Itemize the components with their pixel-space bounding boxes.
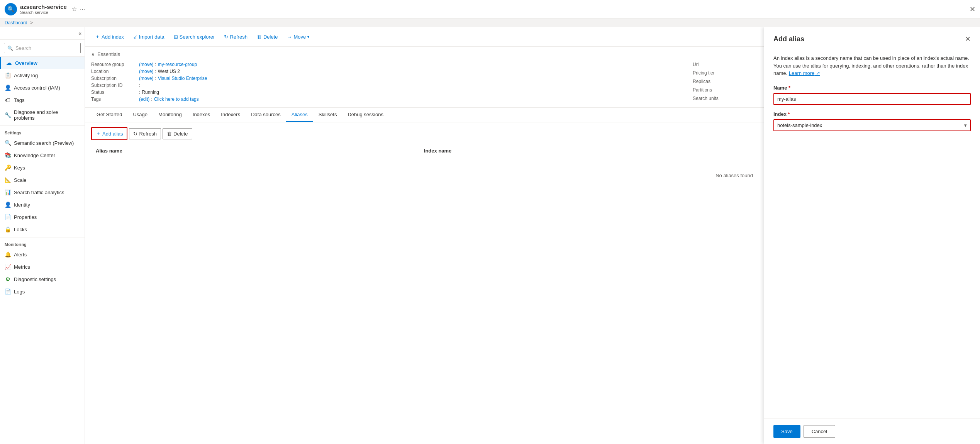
tab-indexes[interactable]: Indexes xyxy=(187,108,216,122)
tags-label: Tags xyxy=(91,97,137,102)
settings-section-label: Settings xyxy=(0,125,85,137)
breadcrumb: Dashboard > xyxy=(0,19,980,27)
tags-edit-link[interactable]: (edit) xyxy=(139,97,149,102)
semantic-search-icon: 🔍 xyxy=(5,140,11,146)
delete-icon: 🗑 xyxy=(257,34,262,40)
sidebar-item-label: Diagnose and solve problems xyxy=(14,109,80,121)
add-alias-button[interactable]: ＋ Add alias xyxy=(91,127,127,140)
tab-debug-sessions[interactable]: Debug sessions xyxy=(342,108,389,122)
explorer-icon: ⊞ xyxy=(174,34,178,40)
tab-get-started[interactable]: Get Started xyxy=(91,108,127,122)
sidebar-item-knowledge-center[interactable]: 📚 Knowledge Center xyxy=(0,149,85,161)
essentials-title: Essentials xyxy=(97,51,120,57)
star-icon[interactable]: ☆ xyxy=(71,5,77,13)
subscription-value[interactable]: Visual Studio Enterprise xyxy=(158,76,207,81)
sidebar-item-label: Diagnostic settings xyxy=(14,276,56,282)
tab-usage[interactable]: Usage xyxy=(127,108,153,122)
learn-more-link[interactable]: Learn more ↗ xyxy=(789,70,820,76)
tab-skillsets[interactable]: Skillsets xyxy=(313,108,342,122)
sidebar-item-label: Identity xyxy=(14,202,30,208)
refresh-button[interactable]: ↻ Refresh xyxy=(220,32,251,42)
subscription-label: Subscription xyxy=(91,76,137,81)
alias-name-column: Alias name xyxy=(91,145,419,157)
sidebar-item-label: Metrics xyxy=(14,264,30,270)
delete-button[interactable]: 🗑 Delete xyxy=(253,32,282,42)
sidebar-item-label: Logs xyxy=(14,289,25,295)
essentials-header[interactable]: ∧ Essentials xyxy=(91,51,758,57)
sidebar-item-keys[interactable]: 🔑 Keys xyxy=(0,161,85,174)
move-button[interactable]: → Move ▾ xyxy=(283,32,313,42)
partitions-label: Partitions xyxy=(693,87,712,93)
sidebar-collapse-btn[interactable]: « xyxy=(0,27,85,40)
sidebar-item-access-control[interactable]: 👤 Access control (IAM) xyxy=(0,81,85,94)
index-required-star: * xyxy=(788,111,790,117)
sidebar-item-alerts[interactable]: 🔔 Alerts xyxy=(0,248,85,261)
tab-data-sources[interactable]: Data sources xyxy=(246,108,286,122)
sidebar-item-metrics[interactable]: 📈 Metrics xyxy=(0,261,85,273)
sidebar-item-semantic-search[interactable]: 🔍 Semantic search (Preview) xyxy=(0,137,85,149)
sidebar-item-diagnostic[interactable]: ⚙ Diagnostic settings xyxy=(0,273,85,285)
aliases-refresh-button[interactable]: ↻ Refresh xyxy=(129,128,161,139)
resource-group-label: Resource group xyxy=(91,62,137,67)
aliases-refresh-icon: ↻ xyxy=(133,131,137,137)
topbar-close-icon[interactable]: ✕ xyxy=(970,5,975,14)
alias-name-input[interactable] xyxy=(773,93,971,105)
sidebar-item-diagnose[interactable]: 🔧 Diagnose and solve problems xyxy=(0,106,85,124)
resource-group-move-link[interactable]: (move) xyxy=(139,62,153,67)
scale-icon: 📐 xyxy=(5,177,11,183)
tab-indexers[interactable]: Indexers xyxy=(215,108,246,122)
no-data-message: No aliases found xyxy=(91,157,758,194)
subscription-move-link[interactable]: (move) xyxy=(139,76,153,81)
properties-icon: 📄 xyxy=(5,214,11,220)
sidebar-item-label: Activity log xyxy=(14,73,38,78)
index-field-label: Index * xyxy=(773,111,971,117)
sidebar-item-locks[interactable]: 🔒 Locks xyxy=(0,223,85,236)
access-control-icon: 👤 xyxy=(5,85,11,91)
activity-log-icon: 📋 xyxy=(5,72,11,78)
tags-icon: 🏷 xyxy=(5,97,11,103)
save-button[interactable]: Save xyxy=(773,425,800,438)
sidebar-item-activity-log[interactable]: 📋 Activity log xyxy=(0,69,85,81)
pricing-tier-label: Pricing tier xyxy=(693,70,715,76)
sidebar-item-identity[interactable]: 👤 Identity xyxy=(0,198,85,211)
resource-group-value[interactable]: my-resource-group xyxy=(158,62,197,67)
more-icon[interactable]: ··· xyxy=(80,6,85,13)
panel-close-button[interactable]: ✕ xyxy=(965,35,971,43)
tab-aliases[interactable]: Aliases xyxy=(286,108,313,122)
location-move-link[interactable]: (move) xyxy=(139,69,153,74)
sidebar-item-search-traffic[interactable]: 📊 Search traffic analytics xyxy=(0,186,85,198)
search-traffic-icon: 📊 xyxy=(5,189,11,195)
sidebar-item-label: Overview xyxy=(15,60,37,66)
add-index-button[interactable]: ＋ Add index xyxy=(91,31,128,42)
aliases-delete-icon: 🗑 xyxy=(167,131,172,137)
sidebar-item-properties[interactable]: 📄 Properties xyxy=(0,211,85,223)
service-name: azsearch-service xyxy=(20,3,67,10)
sidebar-item-label: Scale xyxy=(14,177,27,183)
sidebar-item-label: Alerts xyxy=(14,252,27,258)
diagnose-icon: 🔧 xyxy=(5,112,11,118)
sidebar-search-input[interactable]: 🔍 Search xyxy=(4,43,81,53)
knowledge-center-icon: 📚 xyxy=(5,152,11,158)
sidebar-item-tags[interactable]: 🏷 Tags xyxy=(0,94,85,106)
index-select[interactable]: hotels-sample-index xyxy=(774,120,970,130)
sidebar-item-label: Properties xyxy=(14,214,37,220)
breadcrumb-dashboard[interactable]: Dashboard xyxy=(5,20,27,25)
name-field-label: Name * xyxy=(773,85,971,91)
monitoring-section-label: Monitoring xyxy=(0,237,85,248)
move-icon: → xyxy=(287,34,292,40)
sidebar-item-scale[interactable]: 📐 Scale xyxy=(0,174,85,186)
essentials-collapse-icon: ∧ xyxy=(91,51,95,57)
logs-icon: 📄 xyxy=(5,288,11,295)
sidebar-item-logs[interactable]: 📄 Logs xyxy=(0,285,85,298)
location-value: West US 2 xyxy=(158,69,180,74)
import-data-button[interactable]: ↙ Import data xyxy=(129,32,168,42)
tab-monitoring[interactable]: Monitoring xyxy=(153,108,187,122)
cancel-button[interactable]: Cancel xyxy=(804,425,835,438)
panel-description: An index alias is a secondary name that … xyxy=(773,54,971,77)
search-explorer-button[interactable]: ⊞ Search explorer xyxy=(170,32,219,42)
resource-group-colon: : xyxy=(155,62,156,67)
sidebar-item-label: Semantic search (Preview) xyxy=(14,140,74,146)
sidebar-item-overview[interactable]: ☁ Overview xyxy=(0,57,85,69)
aliases-delete-button[interactable]: 🗑 Delete xyxy=(163,128,192,139)
tags-value[interactable]: Click here to add tags xyxy=(154,97,199,102)
